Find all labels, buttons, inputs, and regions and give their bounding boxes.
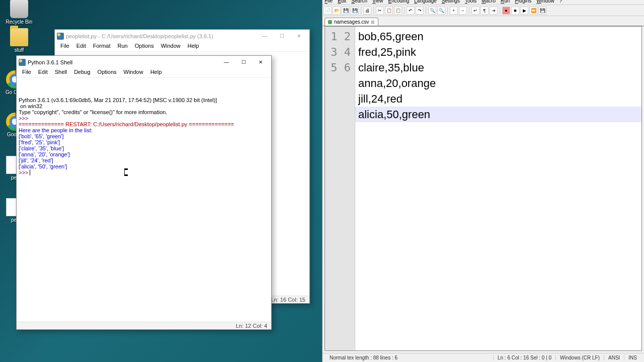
shell-line: ['bob', '65', 'green'] — [19, 133, 269, 139]
menu-debug[interactable]: Debug — [70, 68, 94, 77]
open-icon[interactable]: 📂 — [333, 7, 341, 15]
close-button[interactable]: ✕ — [252, 56, 269, 68]
menubar: FileEditShellDebugOptionsWindowHelp — [17, 68, 271, 78]
menu-run[interactable]: Run — [114, 42, 131, 51]
new-file-icon[interactable]: 📄 — [324, 7, 332, 15]
python-icon — [19, 59, 26, 66]
status-encoding: ANSI — [604, 355, 624, 360]
shell-line: Python 3.6.1 (v3.6.1:69c0db5, Mar 21 201… — [19, 97, 269, 103]
save-macro-icon[interactable]: 💾 — [538, 7, 546, 15]
editor-area[interactable]: 1 2 3 4 5 6 bob,65,green fred,25,pink cl… — [325, 26, 642, 351]
menu-help[interactable]: Help — [184, 42, 203, 51]
menu-search[interactable]: Search — [351, 0, 367, 4]
menubar: FileEditSearchViewEncodingLanguageSettin… — [323, 0, 644, 5]
play-multi-icon[interactable]: ⏩ — [529, 7, 537, 15]
record-macro-icon[interactable]: ● — [502, 7, 510, 15]
shell-line: ['alicia', '50', 'green'] — [19, 163, 269, 169]
status-eol: Windows (CR LF) — [555, 355, 604, 360]
zoom-out-icon[interactable]: − — [459, 7, 467, 15]
shell-line: ['claire', '35', 'blue'] — [19, 145, 269, 151]
save-all-icon[interactable]: 💾 — [351, 7, 359, 15]
save-icon[interactable]: 💾 — [342, 7, 350, 15]
menu-file[interactable]: File — [325, 0, 333, 4]
window-title: Python 3.6.1 Shell — [26, 59, 218, 65]
notepadpp-window[interactable]: FileEditSearchViewEncodingLanguageSettin… — [322, 0, 644, 362]
shell-content[interactable]: Python 3.6.1 (v3.6.1:69c0db5, Mar 21 201… — [17, 78, 271, 322]
menu-view[interactable]: View — [372, 0, 383, 4]
menu-options[interactable]: Options — [131, 42, 157, 51]
close-tab-icon[interactable]: ⊠ — [371, 20, 375, 25]
tab-bar: namesages.csv ⊠ — [323, 16, 644, 26]
menu-edit[interactable]: Edit — [338, 0, 346, 4]
undo-icon[interactable]: ↶ — [407, 7, 415, 15]
menu-file[interactable]: File — [57, 42, 73, 51]
file-status-icon — [328, 20, 332, 24]
indent-icon[interactable]: ⇥ — [490, 7, 498, 15]
menu-file[interactable]: File — [19, 68, 35, 77]
menu-encoding[interactable]: Encoding — [388, 0, 410, 4]
maximize-button[interactable]: ☐ — [235, 56, 252, 68]
status-insert-mode: INS — [624, 355, 641, 360]
text-cursor-icon — [124, 168, 128, 176]
statusbar: Normal tex length : 88 lines : 6 Ln : 6 … — [323, 353, 644, 362]
shell-line: Here are the people in the list: — [19, 127, 269, 133]
menu-edit[interactable]: Edit — [35, 68, 51, 77]
python-icon — [57, 33, 64, 40]
code-content[interactable]: bob,65,green fred,25,pink claire,35,blue… — [355, 27, 641, 350]
menu-window[interactable]: Window — [120, 68, 147, 77]
play-macro-icon[interactable]: ▶ — [520, 7, 528, 15]
menu-edit[interactable]: Edit — [73, 42, 90, 51]
titlebar[interactable]: peoplelist.py - C:/Users/richard/Desktop… — [55, 30, 309, 42]
icon-label: Recycle Bin — [4, 19, 34, 25]
shell-line: >>> — [19, 115, 269, 121]
icon-label: stuff — [4, 47, 34, 53]
menu-options[interactable]: Options — [94, 68, 120, 77]
wrap-icon[interactable]: ↵ — [471, 7, 479, 15]
recycle-bin[interactable]: Recycle Bin — [4, 0, 34, 25]
shell-line: Type "copyright", "credits" or "license(… — [19, 109, 269, 115]
shell-line: on win32 — [19, 103, 269, 109]
shell-line: ['jill', '24', 'red'] — [19, 157, 269, 163]
menu-run[interactable]: Run — [501, 0, 510, 4]
menu-?[interactable]: ? — [559, 0, 562, 4]
python-shell-window[interactable]: Python 3.6.1 Shell — ☐ ✕ FileEditShellDe… — [16, 55, 272, 330]
chars-icon[interactable]: ¶ — [480, 7, 489, 15]
menu-macro[interactable]: Macro — [481, 0, 496, 4]
zoom-in-icon[interactable]: + — [450, 7, 458, 15]
minimize-button[interactable]: — — [256, 30, 273, 42]
status-position: Ln : 6 Col : 16 Sel : 0 | 0 — [493, 355, 555, 360]
menu-help[interactable]: Help — [147, 68, 166, 77]
menu-tools[interactable]: Tools — [465, 0, 476, 4]
shell-line: >>> — [19, 169, 269, 175]
tab-namesages[interactable]: namesages.csv ⊠ — [325, 18, 378, 26]
statusbar: Ln: 12 Col: 4 — [17, 322, 271, 329]
shell-line: ['anna', '20', 'orange'] — [19, 151, 269, 157]
copy-icon[interactable]: 📋 — [385, 7, 393, 15]
cut-icon[interactable]: ✂ — [376, 7, 384, 15]
menu-format[interactable]: Format — [90, 42, 114, 51]
menu-shell[interactable]: Shell — [51, 68, 70, 77]
minimize-button[interactable]: — — [218, 56, 235, 68]
menu-window[interactable]: Window — [157, 42, 184, 51]
titlebar[interactable]: Python 3.6.1 Shell — ☐ ✕ — [17, 56, 271, 68]
menu-language[interactable]: Language — [414, 0, 437, 4]
menu-plugins[interactable]: Plugins — [515, 0, 531, 4]
paste-icon[interactable]: 📋 — [394, 7, 402, 15]
shell-line: ['fred', '25', 'pink'] — [19, 139, 269, 145]
stop-macro-icon[interactable]: ■ — [511, 7, 519, 15]
menu-settings[interactable]: Settings — [442, 0, 460, 4]
toolbar: 📄 📂 💾 💾 🖨 ✂ 📋 📋 ↶ ↷ 🔍 🔍 + − ↵ ¶ ⇥ ● ■ ▶ … — [323, 5, 644, 16]
menubar: FileEditFormatRunOptionsWindowHelp — [55, 42, 309, 52]
maximize-button[interactable]: ☐ — [273, 30, 290, 42]
menu-window[interactable]: Window — [536, 0, 554, 4]
shell-line: ============== RESTART: C:/Users/richard… — [19, 121, 269, 127]
folder-stuff[interactable]: stuff — [4, 28, 34, 53]
print-icon[interactable]: 🖨 — [363, 7, 371, 15]
status-length: Normal tex length : 88 lines : 6 — [326, 355, 401, 360]
close-button[interactable]: ✕ — [290, 30, 307, 42]
line-number-gutter: 1 2 3 4 5 6 — [325, 27, 355, 350]
replace-icon[interactable]: 🔍 — [437, 7, 445, 15]
redo-icon[interactable]: ↷ — [416, 7, 424, 15]
find-icon[interactable]: 🔍 — [428, 7, 436, 15]
tab-label: namesages.csv — [334, 19, 369, 25]
